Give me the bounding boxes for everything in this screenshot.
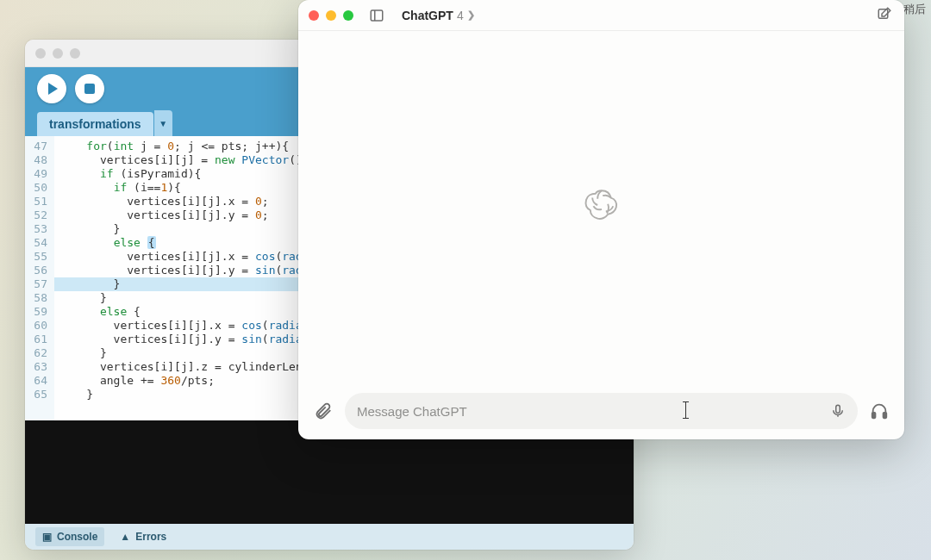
ide-traffic-lights[interactable] — [35, 48, 80, 59]
terminal-icon: ▣ — [42, 531, 52, 543]
line-gutter: 47484950515253545556575859606162636465 — [25, 136, 54, 420]
gpt-version: 4 — [457, 9, 464, 22]
svg-rect-3 — [836, 405, 840, 413]
errors-tab-label: Errors — [135, 531, 166, 543]
minimize-dot[interactable] — [53, 48, 63, 59]
svg-rect-0 — [371, 10, 383, 21]
tab-dropdown[interactable]: ▼ — [153, 110, 172, 136]
openai-logo-icon — [581, 184, 622, 229]
ide-footer: ▣ Console ▲ Errors — [25, 524, 634, 550]
text-cursor-icon — [685, 401, 686, 419]
attachment-icon[interactable] — [314, 401, 333, 420]
svg-rect-5 — [884, 413, 887, 418]
message-field[interactable] — [345, 393, 858, 429]
headphones-icon[interactable] — [870, 401, 889, 420]
gpt-titlebar: ChatGPT 4 ❯ — [298, 0, 904, 31]
console-tab-label: Console — [57, 531, 97, 543]
gpt-traffic-lights[interactable] — [309, 10, 353, 21]
zoom-dot[interactable] — [70, 48, 80, 59]
errors-tab[interactable]: ▲ Errors — [120, 531, 166, 543]
console-tab[interactable]: ▣ Console — [35, 527, 104, 546]
gpt-title-text: ChatGPT — [402, 9, 453, 22]
microphone-icon[interactable] — [830, 403, 846, 419]
chevron-right-icon: ❯ — [467, 9, 475, 21]
close-dot[interactable] — [35, 48, 46, 59]
external-label: 稍后 — [903, 2, 926, 17]
close-dot[interactable] — [309, 10, 319, 21]
zoom-dot[interactable] — [343, 10, 353, 21]
svg-rect-4 — [872, 413, 876, 418]
run-button[interactable] — [37, 74, 66, 103]
chatgpt-window: ChatGPT 4 ❯ — [298, 0, 904, 439]
new-chat-icon[interactable] — [877, 6, 892, 25]
stop-icon — [84, 84, 95, 94]
message-input[interactable] — [357, 404, 822, 419]
warning-icon: ▲ — [120, 531, 130, 543]
tab-transformations[interactable]: transformations — [37, 112, 153, 136]
minimize-dot[interactable] — [326, 10, 336, 21]
model-selector[interactable]: ChatGPT 4 ❯ — [402, 9, 475, 22]
play-icon — [48, 83, 58, 95]
gpt-empty-state — [298, 31, 904, 383]
gpt-input-bar — [298, 383, 904, 439]
sidebar-toggle-icon[interactable] — [369, 8, 384, 23]
stop-button[interactable] — [75, 74, 104, 103]
